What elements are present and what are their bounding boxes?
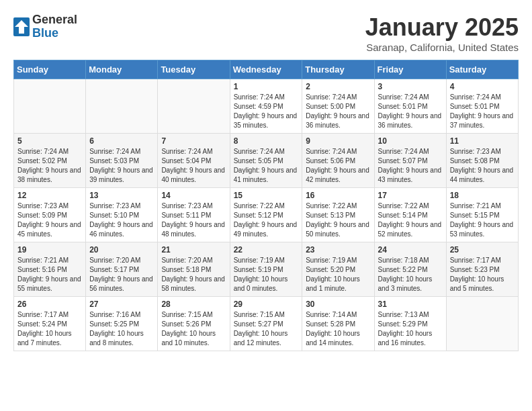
day-info: Sunrise: 7:24 AM Sunset: 5:04 PM Dayligh… (161, 147, 226, 185)
day-info: Sunrise: 7:21 AM Sunset: 5:15 PM Dayligh… (450, 201, 515, 239)
weekday-header: Monday (86, 60, 158, 79)
day-number: 10 (378, 136, 443, 146)
day-info: Sunrise: 7:24 AM Sunset: 5:02 PM Dayligh… (17, 147, 82, 185)
title-block: January 2025 Saranap, California, United… (365, 13, 519, 53)
day-info: Sunrise: 7:14 AM Sunset: 5:28 PM Dayligh… (306, 310, 370, 348)
calendar-cell: 14Sunrise: 7:23 AM Sunset: 5:11 PM Dayli… (158, 188, 230, 242)
calendar-cell: 10Sunrise: 7:24 AM Sunset: 5:07 PM Dayli… (374, 134, 446, 188)
day-number: 9 (306, 136, 370, 146)
calendar-cell: 24Sunrise: 7:18 AM Sunset: 5:22 PM Dayli… (374, 242, 446, 297)
calendar-cell: 9Sunrise: 7:24 AM Sunset: 5:06 PM Daylig… (302, 134, 374, 188)
weekday-header: Saturday (446, 60, 518, 79)
day-number: 29 (234, 300, 299, 309)
day-info: Sunrise: 7:18 AM Sunset: 5:22 PM Dayligh… (378, 256, 443, 293)
calendar-cell: 20Sunrise: 7:20 AM Sunset: 5:17 PM Dayli… (86, 242, 158, 297)
day-number: 3 (378, 82, 443, 91)
logo-icon (13, 17, 30, 36)
calendar-cell: 6Sunrise: 7:24 AM Sunset: 5:03 PM Daylig… (86, 134, 158, 188)
day-info: Sunrise: 7:19 AM Sunset: 5:19 PM Dayligh… (234, 256, 299, 293)
weekday-header-row: SundayMondayTuesdayWednesdayThursdayFrid… (14, 60, 519, 79)
day-number: 30 (306, 300, 370, 309)
day-info: Sunrise: 7:22 AM Sunset: 5:12 PM Dayligh… (234, 201, 299, 239)
calendar-cell: 8Sunrise: 7:24 AM Sunset: 5:05 PM Daylig… (230, 134, 302, 188)
calendar-cell: 27Sunrise: 7:16 AM Sunset: 5:25 PM Dayli… (86, 297, 158, 351)
day-number: 22 (234, 245, 299, 255)
day-info: Sunrise: 7:15 AM Sunset: 5:26 PM Dayligh… (161, 310, 226, 348)
day-number: 2 (306, 82, 370, 91)
calendar-week-row: 5Sunrise: 7:24 AM Sunset: 5:02 PM Daylig… (14, 134, 519, 188)
calendar-cell: 7Sunrise: 7:24 AM Sunset: 5:04 PM Daylig… (158, 134, 230, 188)
calendar-week-row: 12Sunrise: 7:23 AM Sunset: 5:09 PM Dayli… (14, 188, 519, 242)
calendar-cell: 2Sunrise: 7:24 AM Sunset: 5:00 PM Daylig… (302, 79, 374, 134)
day-number: 25 (450, 245, 515, 255)
calendar-cell: 23Sunrise: 7:19 AM Sunset: 5:20 PM Dayli… (302, 242, 374, 297)
day-number: 17 (378, 191, 443, 200)
day-info: Sunrise: 7:24 AM Sunset: 5:01 PM Dayligh… (450, 93, 515, 130)
calendar-cell (14, 79, 86, 134)
day-info: Sunrise: 7:24 AM Sunset: 5:06 PM Dayligh… (306, 147, 370, 185)
day-info: Sunrise: 7:22 AM Sunset: 5:13 PM Dayligh… (306, 201, 370, 239)
calendar-cell: 11Sunrise: 7:23 AM Sunset: 5:08 PM Dayli… (446, 134, 518, 188)
calendar-table: SundayMondayTuesdayWednesdayThursdayFrid… (13, 60, 519, 351)
calendar-cell: 17Sunrise: 7:22 AM Sunset: 5:14 PM Dayli… (374, 188, 446, 242)
calendar-cell: 28Sunrise: 7:15 AM Sunset: 5:26 PM Dayli… (158, 297, 230, 351)
logo-general: General (32, 13, 77, 27)
location: Saranap, California, United States (365, 42, 519, 53)
day-number: 23 (306, 245, 370, 255)
calendar-week-row: 19Sunrise: 7:21 AM Sunset: 5:16 PM Dayli… (14, 242, 519, 297)
day-info: Sunrise: 7:22 AM Sunset: 5:14 PM Dayligh… (378, 201, 443, 239)
calendar-cell: 30Sunrise: 7:14 AM Sunset: 5:28 PM Dayli… (302, 297, 374, 351)
day-number: 19 (17, 245, 82, 255)
weekday-header: Friday (374, 60, 446, 79)
day-info: Sunrise: 7:24 AM Sunset: 4:59 PM Dayligh… (234, 93, 299, 130)
day-number: 26 (17, 300, 82, 309)
day-number: 15 (234, 191, 299, 200)
day-info: Sunrise: 7:16 AM Sunset: 5:25 PM Dayligh… (89, 310, 154, 348)
weekday-header: Wednesday (230, 60, 302, 79)
day-number: 27 (89, 300, 154, 309)
day-number: 20 (89, 245, 154, 255)
calendar-cell: 1Sunrise: 7:24 AM Sunset: 4:59 PM Daylig… (230, 79, 302, 134)
day-info: Sunrise: 7:19 AM Sunset: 5:20 PM Dayligh… (306, 256, 370, 293)
day-number: 6 (89, 136, 154, 146)
day-info: Sunrise: 7:24 AM Sunset: 5:07 PM Dayligh… (378, 147, 443, 185)
day-number: 28 (161, 300, 226, 309)
day-info: Sunrise: 7:13 AM Sunset: 5:29 PM Dayligh… (378, 310, 443, 348)
calendar-cell (86, 79, 158, 134)
calendar-cell: 22Sunrise: 7:19 AM Sunset: 5:19 PM Dayli… (230, 242, 302, 297)
calendar-cell: 15Sunrise: 7:22 AM Sunset: 5:12 PM Dayli… (230, 188, 302, 242)
calendar-cell: 13Sunrise: 7:23 AM Sunset: 5:10 PM Dayli… (86, 188, 158, 242)
calendar-cell: 4Sunrise: 7:24 AM Sunset: 5:01 PM Daylig… (446, 79, 518, 134)
calendar-week-row: 1Sunrise: 7:24 AM Sunset: 4:59 PM Daylig… (14, 79, 519, 134)
day-info: Sunrise: 7:24 AM Sunset: 5:01 PM Dayligh… (378, 93, 443, 130)
day-info: Sunrise: 7:20 AM Sunset: 5:18 PM Dayligh… (161, 256, 226, 293)
day-info: Sunrise: 7:24 AM Sunset: 5:05 PM Dayligh… (234, 147, 299, 185)
calendar-cell: 3Sunrise: 7:24 AM Sunset: 5:01 PM Daylig… (374, 79, 446, 134)
calendar-cell: 12Sunrise: 7:23 AM Sunset: 5:09 PM Dayli… (14, 188, 86, 242)
day-info: Sunrise: 7:20 AM Sunset: 5:17 PM Dayligh… (89, 256, 154, 293)
day-number: 5 (17, 136, 82, 146)
calendar-cell: 25Sunrise: 7:17 AM Sunset: 5:23 PM Dayli… (446, 242, 518, 297)
logo-text: General Blue (32, 13, 77, 40)
calendar-cell: 21Sunrise: 7:20 AM Sunset: 5:18 PM Dayli… (158, 242, 230, 297)
day-number: 31 (378, 300, 443, 309)
calendar-cell (446, 297, 518, 351)
month-title: January 2025 (365, 13, 519, 42)
day-number: 12 (17, 191, 82, 200)
day-number: 11 (450, 136, 515, 146)
calendar-cell: 19Sunrise: 7:21 AM Sunset: 5:16 PM Dayli… (14, 242, 86, 297)
day-number: 14 (161, 191, 226, 200)
day-info: Sunrise: 7:23 AM Sunset: 5:10 PM Dayligh… (89, 201, 154, 239)
day-info: Sunrise: 7:23 AM Sunset: 5:09 PM Dayligh… (17, 201, 82, 239)
calendar-cell: 5Sunrise: 7:24 AM Sunset: 5:02 PM Daylig… (14, 134, 86, 188)
weekday-header: Thursday (302, 60, 374, 79)
day-number: 4 (450, 82, 515, 91)
day-number: 7 (161, 136, 226, 146)
day-info: Sunrise: 7:24 AM Sunset: 5:00 PM Dayligh… (306, 93, 370, 130)
calendar-cell: 26Sunrise: 7:17 AM Sunset: 5:24 PM Dayli… (14, 297, 86, 351)
day-number: 13 (89, 191, 154, 200)
calendar-cell (158, 79, 230, 134)
weekday-header: Sunday (14, 60, 86, 79)
day-info: Sunrise: 7:17 AM Sunset: 5:23 PM Dayligh… (450, 256, 515, 293)
day-number: 18 (450, 191, 515, 200)
